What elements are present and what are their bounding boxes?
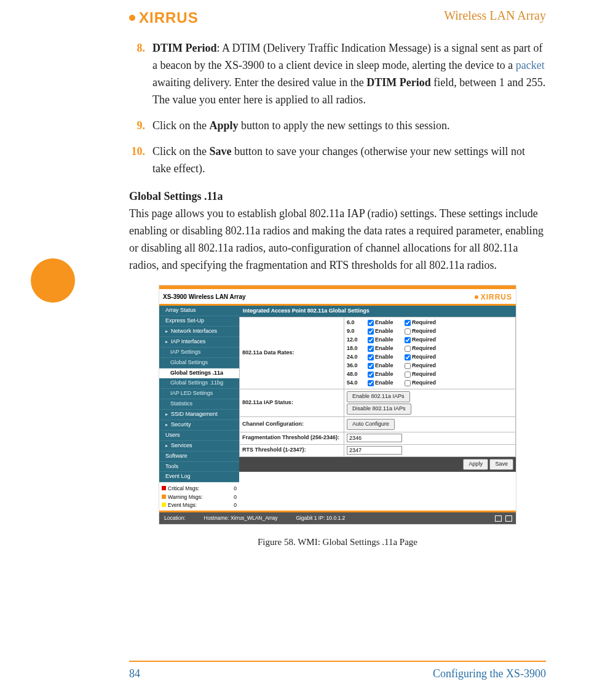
rate-value: 9.0 [347, 327, 368, 336]
frag-threshold-input[interactable] [347, 434, 402, 442]
rts-threshold-input[interactable] [347, 446, 402, 455]
margin-tab-circle [31, 258, 75, 303]
label-iap-status: 802.11a IAP Status: [240, 389, 344, 416]
rate-enable-checkbox[interactable]: Enable [368, 344, 405, 353]
step-body: Click on the Apply button to apply the n… [152, 117, 546, 135]
logo-dot-icon [129, 15, 135, 21]
step-body: DTIM Period: A DTIM (Delivery Traffic In… [152, 40, 546, 109]
rate-enable-checkbox[interactable]: Enable [368, 353, 405, 362]
wmi-nav: Array Status Express Set-Up Network Inte… [159, 306, 239, 482]
row-data-rates: 802.11a Data Rates: 6.0 Enable Required9… [240, 317, 516, 389]
wmi-logo: XIRRUS [475, 292, 512, 303]
rate-value: 12.0 [347, 336, 368, 344]
rate-enable-checkbox[interactable]: Enable [368, 362, 405, 370]
row-frag-threshold: Fragmentation Threshold (256-2346): [240, 432, 516, 444]
wmi-footer: Location: Hostname: Xirrus_WLAN_Array Gi… [159, 511, 516, 524]
enable-iaps-button[interactable]: Enable 802.11a IAPs [347, 391, 410, 402]
nav-users[interactable]: Users [159, 431, 239, 441]
nav-array-status[interactable]: Array Status [159, 306, 239, 316]
label-data-rates: 802.11a Data Rates: [240, 317, 344, 389]
nav-statistics[interactable]: Statistics [159, 399, 239, 410]
rate-required-checkbox[interactable]: Required [405, 327, 441, 336]
step-9: 9. Click on the Apply button to apply th… [129, 117, 546, 135]
nav-global-settings-11bg[interactable]: Global Settings .11bg [159, 378, 239, 389]
wmi-screenshot: XS-3900 Wireless LAN Array XIRRUS Array … [159, 285, 516, 524]
wmi-main-panel: Integrated Access Point 802.11a Global S… [239, 306, 516, 510]
footer-location: Location: [164, 514, 186, 522]
figure-caption: Figure 58. WMI: Global Settings .11a Pag… [129, 535, 546, 549]
nav-iap-interfaces[interactable]: IAP Interfaces [159, 337, 239, 348]
rate-enable-checkbox[interactable]: Enable [368, 370, 405, 379]
section-paragraph: This page allows you to establish global… [129, 205, 546, 274]
apply-button[interactable]: Apply [463, 459, 488, 470]
label-rts-threshold: RTS Threshold (1-2347): [240, 444, 344, 456]
term-dtim-period: DTIM Period [152, 42, 216, 54]
logo-dot-icon [475, 295, 478, 299]
row-rts-threshold: RTS Threshold (1-2347): [240, 444, 516, 456]
rate-value: 24.0 [347, 353, 368, 362]
header-title: Wireless LAN Array [444, 6, 546, 25]
nav-tools[interactable]: Tools [159, 462, 239, 472]
nav-iap-led-settings[interactable]: IAP LED Settings [159, 389, 239, 399]
rate-value: 18.0 [347, 344, 368, 353]
nav-network-interfaces[interactable]: Network Interfaces [159, 327, 239, 337]
cell-iap-status: Enable 802.11a IAPs Disable 802.11a IAPs [344, 389, 516, 416]
rate-enable-checkbox[interactable]: Enable [368, 336, 405, 344]
wmi-settings-table: 802.11a Data Rates: 6.0 Enable Required9… [239, 317, 516, 456]
page-header: XIRRUS Wireless LAN Array [129, 6, 546, 29]
rate-required-checkbox[interactable]: Required [405, 379, 441, 388]
footer-ip: Gigabit 1 IP: 10.0.1.2 [296, 514, 345, 522]
link-packet[interactable]: packet [516, 59, 545, 71]
rate-enable-checkbox[interactable]: Enable [368, 379, 405, 388]
help-icon[interactable] [505, 515, 512, 522]
rate-value: 36.0 [347, 362, 368, 370]
event-icon [162, 503, 166, 507]
rate-required-checkbox[interactable]: Required [405, 353, 441, 362]
rate-value: 48.0 [347, 370, 368, 379]
label-channel-config: Channel Configuration: [240, 416, 344, 432]
nav-express-setup[interactable]: Express Set-Up [159, 316, 239, 327]
nav-global-settings-11a[interactable]: Global Settings .11a [159, 368, 239, 378]
nav-services[interactable]: Services [159, 441, 239, 451]
rate-required-checkbox[interactable]: Required [405, 336, 441, 344]
step-number: 10. [129, 143, 145, 178]
page-footer: 84 Configuring the XS-3900 [0, 661, 589, 683]
rate-required-checkbox[interactable]: Required [405, 344, 441, 353]
disable-iaps-button[interactable]: Disable 802.11a IAPs [347, 404, 411, 415]
step-body: Click on the Save button to save your ch… [152, 143, 546, 178]
page-number: 84 [129, 666, 140, 683]
footer-hostname: Hostname: Xirrus_WLAN_Array [204, 514, 278, 522]
rate-required-checkbox[interactable]: Required [405, 370, 441, 379]
rate-value: 6.0 [347, 319, 368, 327]
nav-event-log[interactable]: Event Log [159, 472, 239, 482]
nav-software[interactable]: Software [159, 451, 239, 462]
label-frag-threshold: Fragmentation Threshold (256-2346): [240, 432, 344, 444]
rate-enable-checkbox[interactable]: Enable [368, 319, 405, 327]
print-icon[interactable] [495, 515, 502, 522]
nav-iap-settings[interactable]: IAP Settings [159, 348, 239, 358]
numbered-steps: 8. DTIM Period: A DTIM (Delivery Traffic… [129, 40, 546, 177]
row-channel-config: Channel Configuration: Auto Configure [240, 416, 516, 432]
wmi-action-bar: Apply Save [239, 457, 516, 472]
rate-value: 54.0 [347, 379, 368, 388]
rate-required-checkbox[interactable]: Required [405, 319, 441, 327]
rate-enable-checkbox[interactable]: Enable [368, 327, 405, 336]
nav-security[interactable]: Security [159, 420, 239, 431]
nav-global-settings[interactable]: Global Settings [159, 358, 239, 368]
row-iap-status: 802.11a IAP Status: Enable 802.11a IAPs … [240, 389, 516, 416]
step-10: 10. Click on the Save button to save you… [129, 143, 546, 178]
footer-section: Configuring the XS-3900 [433, 666, 546, 683]
nav-ssid-management[interactable]: SSID Management [159, 410, 239, 420]
wmi-top-bar: XS-3900 Wireless LAN Array XIRRUS [159, 289, 516, 304]
rate-required-checkbox[interactable]: Required [405, 362, 441, 370]
brand-logo: XIRRUS [129, 6, 199, 29]
wmi-panel-title: Integrated Access Point 802.11a Global S… [239, 306, 516, 317]
cell-data-rates: 6.0 Enable Required9.0 Enable Required12… [344, 317, 516, 389]
wmi-sidebar: Array Status Express Set-Up Network Inte… [159, 306, 239, 510]
auto-configure-button[interactable]: Auto Configure [347, 419, 395, 430]
wmi-message-counts: Critical Msgs:0 Warning Msgs:0 Event Msg… [159, 482, 239, 511]
section-heading: Global Settings .11a [129, 188, 546, 205]
save-button[interactable]: Save [489, 459, 513, 470]
logo-text: XIRRUS [139, 6, 199, 29]
step-number: 9. [129, 117, 145, 135]
